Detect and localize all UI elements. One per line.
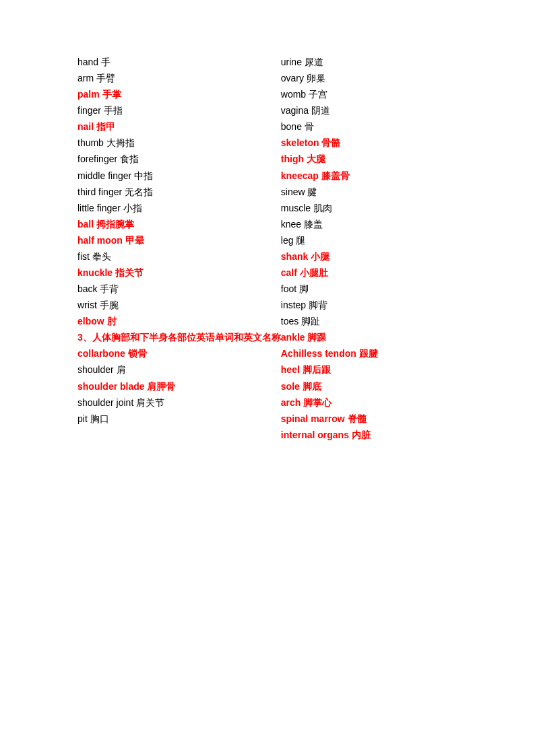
left-entry-4: nail 指甲 xyxy=(77,118,281,135)
right-entry-17: ankle 脚踝 xyxy=(281,329,458,345)
left-entry-0: hand 手 xyxy=(77,54,281,70)
right-entry-12: shank 小腿 xyxy=(281,248,458,265)
right-entry-15: instep 脚背 xyxy=(281,297,458,313)
left-entry-14: back 手背 xyxy=(77,281,281,297)
left-entry-11: half moon 甲晕 xyxy=(77,232,281,248)
right-entry-18: Achilless tendon 跟腱 xyxy=(281,345,458,362)
right-entry-1: ovary 卵巢 xyxy=(281,70,458,86)
right-entry-23: internal organs 内脏 xyxy=(281,427,458,443)
right-entry-10: knee 膝盖 xyxy=(281,216,458,232)
left-entry-22: pit 胸口 xyxy=(77,411,281,427)
right-entry-16: toes 脚趾 xyxy=(281,313,458,329)
right-entry-8: sinew 腱 xyxy=(281,184,458,200)
right-entry-21: arch 脚掌心 xyxy=(281,394,458,411)
right-column: urine 尿道ovary 卵巢womb 子宫vagina 阴道bone 骨sk… xyxy=(281,54,458,443)
left-entry-10: ball 拇指腕掌 xyxy=(77,216,281,232)
left-entry-18: collarbone 锁骨 xyxy=(77,345,281,362)
left-entry-17: 3、人体胸部和下半身各部位英语单词和英文名称 xyxy=(77,329,281,345)
right-entry-13: calf 小腿肚 xyxy=(281,265,458,281)
right-entry-0: urine 尿道 xyxy=(281,54,458,70)
left-entry-6: forefinger 食指 xyxy=(77,151,281,167)
right-entry-19: heel 脚后跟 xyxy=(281,362,458,378)
right-entry-20: sole 脚底 xyxy=(281,378,458,394)
right-entry-4: bone 骨 xyxy=(281,118,458,135)
left-entry-2: palm 手掌 xyxy=(77,86,281,102)
left-column: hand 手arm 手臂palm 手掌finger 手指nail 指甲thumb… xyxy=(77,54,281,443)
left-entry-9: little finger 小指 xyxy=(77,200,281,216)
right-entry-11: leg 腿 xyxy=(281,232,458,248)
left-entry-12: fist 拳头 xyxy=(77,248,281,265)
left-entry-20: shoulder blade 肩胛骨 xyxy=(77,378,281,394)
right-entry-6: thigh 大腿 xyxy=(281,151,458,167)
left-entry-1: arm 手臂 xyxy=(77,70,281,86)
right-entry-22: spinal marrow 脊髓 xyxy=(281,411,458,427)
right-entry-9: muscle 肌肉 xyxy=(281,200,458,216)
right-entry-5: skeleton 骨骼 xyxy=(281,135,458,151)
left-entry-15: wrist 手腕 xyxy=(77,297,281,313)
right-entry-14: foot 脚 xyxy=(281,281,458,297)
left-entry-21: shoulder joint 肩关节 xyxy=(77,394,281,411)
left-entry-3: finger 手指 xyxy=(77,102,281,118)
right-entry-2: womb 子宫 xyxy=(281,86,458,102)
right-entry-3: vagina 阴道 xyxy=(281,102,458,118)
left-entry-7: middle finger 中指 xyxy=(77,168,281,184)
left-entry-13: knuckle 指关节 xyxy=(77,265,281,281)
left-entry-8: third finger 无名指 xyxy=(77,184,281,200)
main-content: hand 手arm 手臂palm 手掌finger 手指nail 指甲thumb… xyxy=(77,54,458,443)
right-entry-7: kneecap 膝盖骨 xyxy=(281,168,458,184)
left-entry-19: shoulder 肩 xyxy=(77,362,281,378)
left-entry-16: elbow 肘 xyxy=(77,313,281,329)
left-entry-5: thumb 大拇指 xyxy=(77,135,281,151)
